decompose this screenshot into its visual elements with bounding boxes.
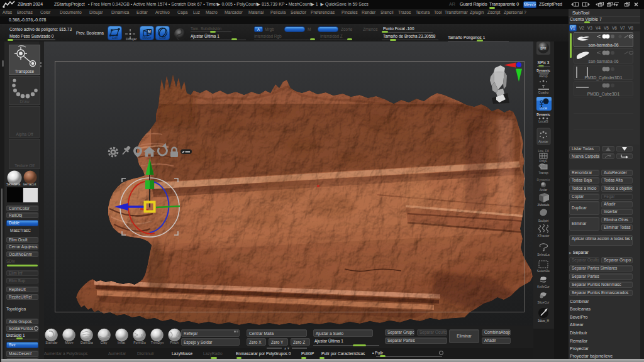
svg-text:Girar: Girar bbox=[159, 36, 166, 40]
svg-text:Line, Fill: Line, Fill bbox=[538, 150, 548, 153]
svg-text:Dynamic: Dynamic bbox=[536, 69, 550, 72]
svg-text:M: M bbox=[148, 30, 151, 33]
svg-text:Local: Local bbox=[540, 106, 547, 110]
svg-text:SelectRe: SelectRe bbox=[537, 269, 550, 273]
svg-text:Dynamic: Dynamic bbox=[537, 178, 550, 182]
svg-text:SelectLa: SelectLa bbox=[537, 253, 550, 256]
svg-text:PolyF: PolyF bbox=[540, 159, 548, 163]
svg-text:ZModels: ZModels bbox=[537, 203, 550, 207]
svg-text:Persp: Persp bbox=[539, 74, 547, 78]
svg-text:Sculptri: Sculptri bbox=[538, 219, 549, 222]
svg-text:3dcw_H: 3dcw_H bbox=[538, 319, 549, 322]
svg-text:Aislar: Aislar bbox=[540, 188, 548, 192]
svg-text:BPR: BPR bbox=[540, 47, 547, 50]
svg-text:KnifeCur: KnifeCur bbox=[537, 285, 550, 288]
svg-text:Cuadro: Cuadro bbox=[538, 90, 549, 94]
svg-text:LocalS: LocalS bbox=[538, 119, 548, 123]
svg-text:SliceCur: SliceCur bbox=[538, 300, 550, 304]
svg-text:Dynamic: Dynamic bbox=[536, 112, 550, 116]
svg-text:Mover: Mover bbox=[143, 36, 152, 40]
svg-text:XTractor: XTractor bbox=[538, 234, 550, 238]
svg-text:Transp: Transp bbox=[538, 171, 548, 175]
svg-text:SPix 3: SPix 3 bbox=[538, 60, 550, 65]
svg-text:Ajustar: Ajustar bbox=[538, 140, 548, 143]
svg-text:Edit: Edit bbox=[112, 36, 118, 40]
